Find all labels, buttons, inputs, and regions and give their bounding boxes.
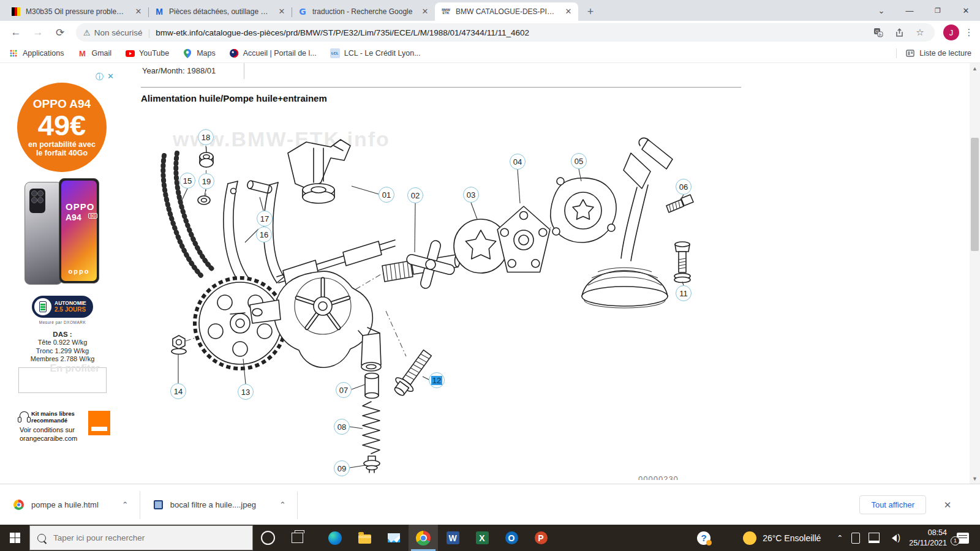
taskbar-outlook[interactable]: O	[497, 525, 526, 551]
bookmark-lcl[interactable]: LCL LCL - Le Crédit Lyon...	[330, 48, 421, 58]
notification-center-icon[interactable]: 1	[957, 533, 969, 544]
reading-list-icon	[905, 48, 915, 58]
bookmarks-bar: Applications M Gmail YouTube Maps Accuei…	[0, 44, 980, 63]
omnibox-separator: |	[148, 28, 150, 38]
word-icon: W	[447, 531, 459, 544]
download-menu-chevron-icon[interactable]: ⌃	[279, 500, 286, 509]
taskbar-mail[interactable]	[379, 525, 409, 551]
windows-logo-icon	[10, 533, 20, 543]
minimize-button[interactable]: —	[895, 0, 924, 21]
help-button[interactable]: ?	[689, 525, 718, 551]
part-cover-04	[497, 206, 550, 272]
ad-info-icon[interactable]: ⓘ	[96, 72, 104, 83]
bookmark-label: YouTube	[139, 49, 169, 58]
bookmark-youtube[interactable]: YouTube	[125, 48, 169, 58]
image-file-icon	[154, 500, 163, 509]
tablet-mode-icon[interactable]	[851, 533, 860, 544]
bmw-etk-favicon: BMW ETK	[441, 7, 451, 17]
tab-strip: M30b35 Oil pressure problem | P ✕ M Pièc…	[0, 0, 980, 21]
maps-pin-icon	[183, 48, 192, 58]
reading-list-button[interactable]: Liste de lecture	[896, 48, 971, 58]
reload-icon[interactable]: ⟳	[51, 24, 69, 41]
tab-bmw-catalogue[interactable]: BMW ETK BMW CATALOGUE-DES-PIÈCES E ✕	[435, 2, 578, 21]
weather-sun-icon	[743, 531, 756, 545]
omnibox[interactable]: ⚠ Non sécurisé | bmw-etk.info/catalogue-…	[76, 23, 935, 42]
taskbar-edge[interactable]	[320, 525, 350, 551]
part-plug-09	[364, 456, 380, 473]
scroll-down-icon[interactable]: ▼	[970, 473, 980, 484]
phone-screen-model: A94	[66, 212, 81, 222]
bookmark-star-icon[interactable]: ☆	[913, 25, 927, 40]
bookmark-maps[interactable]: Maps	[183, 48, 216, 58]
headset-icon	[20, 411, 29, 420]
forward-icon[interactable]: →	[29, 24, 47, 41]
help-icon: ?	[697, 531, 710, 545]
reading-list-label: Liste de lecture	[919, 49, 971, 58]
battery-icon	[34, 298, 51, 315]
taskbar-excel[interactable]: X	[467, 525, 497, 551]
translate-icon[interactable]: Gあ	[871, 25, 886, 40]
ad-legal: Kit mains libres recommandé Voir conditi…	[20, 411, 111, 443]
tab-oil-pressure[interactable]: M30b35 Oil pressure problem | P ✕	[5, 2, 148, 21]
taskbar-search-input[interactable]	[52, 533, 226, 543]
close-window-button[interactable]: ✕	[952, 0, 980, 21]
download-item-pompe[interactable]: pompe a huile.html ⌃	[0, 491, 140, 519]
header-divider	[141, 87, 741, 88]
taskbar-explorer[interactable]	[350, 525, 379, 551]
bookmark-accueil-portail[interactable]: Accueil | Portail de l...	[229, 48, 317, 58]
tab-search-chevron-icon[interactable]: ⌄	[867, 0, 895, 21]
part-upper-assembly-01	[288, 140, 350, 203]
diagram-title: Alimentation huile/Pompe huile+entrainem	[141, 93, 327, 103]
profile-avatar[interactable]: J	[943, 24, 959, 40]
tab-close-icon[interactable]: ✕	[134, 7, 143, 17]
tab-close-icon[interactable]: ✕	[420, 7, 430, 17]
clock-date: 25/11/2021	[909, 538, 947, 548]
taskbar-chrome-active[interactable]	[409, 525, 438, 551]
download-item-bocal[interactable]: bocal filtre a huile....jpeg ⌃	[140, 491, 297, 519]
taskbar-search[interactable]	[29, 525, 253, 550]
tab-close-icon[interactable]: ✕	[277, 7, 287, 17]
taskbar-clock[interactable]: 08:54 25/11/2021	[909, 528, 947, 548]
part-bolt-06	[666, 195, 693, 212]
task-view-button[interactable]	[282, 525, 312, 551]
volume-icon[interactable]	[888, 534, 897, 542]
orange-logo	[88, 411, 110, 435]
tab-pieces-detachees[interactable]: M Pièces détachées, outillage pour ✕	[148, 2, 292, 21]
show-all-downloads-button[interactable]: Tout afficher	[859, 495, 926, 514]
bookmark-gmail[interactable]: M Gmail	[77, 48, 111, 58]
phone-front-view: OPPO A94 5G oppo	[59, 178, 99, 283]
tab-traduction[interactable]: G traduction - Recherche Google ✕	[292, 2, 435, 21]
downloads-close-icon[interactable]: ✕	[942, 500, 953, 511]
taskbar-powerpoint[interactable]: P	[526, 525, 556, 551]
tray-chevron-icon[interactable]: ⌃	[837, 534, 843, 542]
back-icon[interactable]: ←	[7, 24, 24, 41]
share-icon[interactable]	[892, 25, 907, 40]
excel-icon: X	[476, 531, 489, 544]
notification-badge: 1	[951, 536, 960, 545]
part-piston-07	[365, 373, 379, 399]
weather-text[interactable]: 26°C Ensoleillé	[763, 533, 821, 543]
browser-menu-icon[interactable]: ⋮	[963, 27, 975, 38]
network-icon[interactable]	[869, 533, 880, 543]
scroll-up-icon[interactable]: ▲	[970, 63, 980, 73]
taskbar-word[interactable]: W	[438, 525, 467, 551]
part-sprocket-13	[195, 278, 285, 369]
new-tab-button[interactable]: +	[582, 3, 599, 20]
ad-cta-button[interactable]: En profiter	[32, 363, 118, 374]
start-button[interactable]	[0, 525, 29, 551]
vertical-scrollbar[interactable]: ▲ ▼	[970, 63, 980, 484]
cortana-button[interactable]	[253, 525, 282, 551]
advertisement[interactable]: ⓘ ✕ OPPO A94 49€ en portabilité avec le …	[13, 68, 111, 466]
security-label: Non sécurisé	[94, 28, 143, 37]
file-explorer-icon	[358, 534, 371, 544]
scrollbar-thumb[interactable]	[971, 138, 979, 251]
url-text[interactable]: bmw-etk.info/catalogue-des-pièces/prd/BM…	[156, 28, 865, 37]
part-spring-08	[363, 402, 380, 454]
tab-close-icon[interactable]: ✕	[564, 7, 573, 17]
ad-close-icon[interactable]: ✕	[107, 72, 114, 83]
bookmark-applications[interactable]: Applications	[9, 48, 64, 58]
maximize-button[interactable]: ❐	[924, 0, 952, 21]
download-menu-chevron-icon[interactable]: ⌃	[122, 500, 129, 509]
downloads-separator	[297, 491, 298, 519]
portail-logo-icon	[229, 48, 239, 58]
